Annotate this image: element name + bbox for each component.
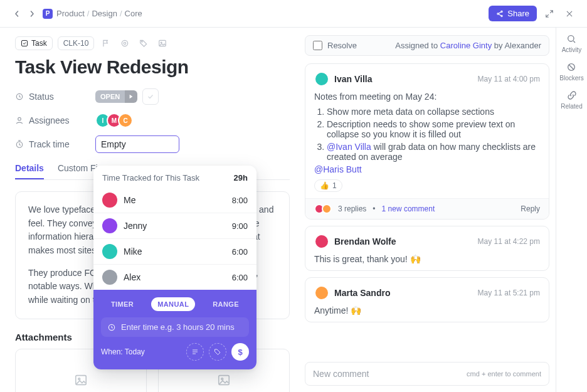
new-comment-input[interactable]: New comment cmd + enter to comment bbox=[305, 362, 549, 386]
nav-forward-button[interactable] bbox=[25, 7, 39, 21]
avatar bbox=[102, 270, 117, 285]
segment-timer[interactable]: TIMER bbox=[105, 297, 140, 311]
svg-point-1 bbox=[497, 13, 499, 14]
comment-item: Show more meta data on collapse sections bbox=[327, 107, 540, 117]
rail-related[interactable]: Related bbox=[561, 90, 582, 110]
time-tracked-row[interactable]: Me 8:00 bbox=[93, 188, 256, 213]
segment-manual[interactable]: MANUAL bbox=[151, 297, 195, 311]
time-tracked-row[interactable]: Alex 6:00 bbox=[93, 264, 256, 290]
manual-time-placeholder: Enter time e.g. 3 hours 20 mins bbox=[121, 322, 235, 332]
replies-count[interactable]: 3 replies bbox=[338, 204, 366, 213]
svg-point-6 bbox=[142, 41, 142, 42]
new-comment-placeholder: New comment bbox=[313, 369, 369, 379]
mention-link[interactable]: @Ivan Villa bbox=[327, 142, 371, 152]
time-tracked-row[interactable]: Jenny 9:00 bbox=[93, 213, 256, 238]
task-id-pill[interactable]: CLK-10 bbox=[58, 36, 95, 50]
new-comment-hint: cmd + enter to comment bbox=[467, 370, 541, 378]
comment-time: May 11 at 4:22 pm bbox=[478, 237, 540, 246]
tag-icon[interactable] bbox=[137, 36, 151, 50]
crumb-core[interactable]: Core bbox=[125, 9, 142, 18]
when-label[interactable]: When: Today bbox=[101, 347, 145, 356]
comment-body: This is great, thank you! 🙌 bbox=[314, 254, 540, 264]
comment-time: May 11 at 5:21 pm bbox=[478, 289, 540, 297]
reaction-pill[interactable]: 👍 1 bbox=[314, 179, 342, 192]
avatar bbox=[314, 234, 329, 249]
segment-range[interactable]: RANGE bbox=[206, 297, 245, 311]
svg-point-15 bbox=[221, 378, 223, 380]
avatar bbox=[314, 72, 329, 87]
comment-card: Ivan Villa May 11 at 4:00 pm Notes from … bbox=[305, 63, 549, 220]
nav-back-button[interactable] bbox=[10, 7, 24, 21]
resolve-checkbox[interactable] bbox=[313, 41, 322, 50]
svg-rect-3 bbox=[22, 41, 28, 46]
close-icon[interactable] bbox=[562, 6, 577, 21]
time-tracked-row[interactable]: Mike 6:00 bbox=[93, 238, 256, 264]
image-icon[interactable] bbox=[156, 36, 169, 50]
svg-point-2 bbox=[501, 15, 502, 16]
assigned-text: Assigned to Caroline Ginty by Alexander bbox=[395, 41, 541, 50]
svg-point-10 bbox=[18, 117, 21, 120]
status-value: OPEN bbox=[95, 90, 125, 103]
comment-lead: Notes from meeting on May 24: bbox=[314, 92, 540, 102]
comment-time: May 11 at 4:00 pm bbox=[478, 75, 540, 83]
share-label: Share bbox=[507, 9, 529, 18]
comment-item: Description needs to show some preview t… bbox=[327, 119, 540, 139]
share-button[interactable]: Share bbox=[489, 6, 537, 21]
avatar bbox=[102, 244, 117, 259]
rail-activity[interactable]: Activity bbox=[562, 34, 582, 53]
assignee-link[interactable]: Caroline Ginty bbox=[440, 41, 492, 50]
complete-toggle[interactable] bbox=[142, 88, 159, 105]
assignees-stack[interactable]: I M C bbox=[95, 113, 133, 128]
resolve-label: Resolve bbox=[327, 41, 357, 50]
target-icon[interactable] bbox=[118, 36, 132, 50]
status-chip[interactable]: OPEN bbox=[95, 90, 137, 103]
tab-details[interactable]: Details bbox=[15, 163, 44, 179]
reaction-count: 1 bbox=[332, 181, 337, 190]
svg-point-17 bbox=[568, 36, 574, 41]
page-title: Task View Redesign bbox=[15, 56, 290, 78]
crumb-product[interactable]: Product bbox=[56, 9, 85, 18]
assignees-field-label: Assignees bbox=[15, 115, 95, 125]
tag-icon[interactable] bbox=[209, 343, 226, 361]
manual-time-input[interactable]: Enter time e.g. 3 hours 20 mins bbox=[101, 317, 249, 337]
track-time-input[interactable] bbox=[95, 135, 179, 153]
svg-point-13 bbox=[78, 378, 80, 380]
comment-card: Marta Sandro May 11 at 5:21 pm Anytime! … bbox=[305, 277, 549, 322]
time-tracked-popover: Time Tracked for This Task 29h Me 8:00 J… bbox=[93, 166, 256, 369]
repliers-avatars bbox=[314, 204, 332, 214]
flag-icon[interactable] bbox=[99, 36, 113, 50]
reply-button[interactable]: Reply bbox=[521, 204, 540, 213]
rail-blockers[interactable]: Blockers bbox=[559, 62, 583, 82]
svg-point-5 bbox=[124, 42, 127, 45]
billable-toggle[interactable]: $ bbox=[231, 343, 249, 361]
svg-point-4 bbox=[122, 40, 128, 46]
time-tracked-title: Time Tracked for This Task bbox=[102, 173, 199, 183]
task-id-text: CLK-10 bbox=[63, 39, 89, 48]
status-advance-icon[interactable] bbox=[125, 90, 137, 103]
svg-point-8 bbox=[161, 42, 162, 43]
comment-author: Ivan Villa bbox=[334, 74, 372, 84]
workspace-badge: P bbox=[43, 9, 53, 19]
new-comment-count[interactable]: 1 new comment bbox=[382, 204, 435, 213]
comment-body: Anytime! 🙌 bbox=[314, 305, 540, 315]
status-field-label: Status bbox=[15, 92, 95, 102]
collapse-icon[interactable] bbox=[542, 6, 557, 21]
mention-link[interactable]: @Haris Butt bbox=[314, 164, 362, 174]
task-type-label: Task bbox=[31, 39, 47, 48]
comment-author: Brendan Wolfe bbox=[334, 236, 396, 246]
comment-item: @Ivan Villa will grab data on how many c… bbox=[327, 142, 540, 162]
track-time-field-label: Track time bbox=[15, 139, 95, 149]
svg-point-0 bbox=[501, 11, 502, 12]
avatar: C bbox=[118, 113, 133, 128]
avatar bbox=[314, 285, 329, 300]
comment-card: Brendan Wolfe May 11 at 4:22 pm This is … bbox=[305, 226, 549, 271]
crumb-design[interactable]: Design bbox=[92, 9, 117, 18]
time-tracked-total: 29h bbox=[234, 173, 248, 183]
task-type-pill[interactable]: Task bbox=[15, 36, 53, 50]
resolve-bar: Resolve Assigned to Caroline Ginty by Al… bbox=[305, 35, 549, 56]
comment-author: Marta Sandro bbox=[334, 288, 390, 298]
note-icon[interactable] bbox=[186, 343, 204, 361]
avatar bbox=[102, 193, 117, 208]
avatar bbox=[102, 218, 117, 233]
breadcrumb: Product / Design / Core bbox=[56, 9, 142, 18]
